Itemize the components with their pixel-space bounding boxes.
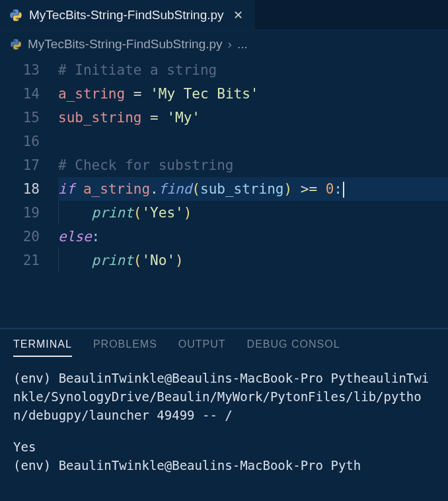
code-line[interactable]: 17# Check for substring [0, 153, 448, 177]
terminal-output[interactable]: (env) BeaulinTwinkle@Beaulins-MacBook-Pr… [0, 364, 448, 501]
tab-filename: MyTecBits-String-FindSubString.py [29, 8, 224, 22]
line-number: 16 [0, 130, 58, 153]
close-icon[interactable]: ✕ [231, 7, 246, 24]
code-content[interactable]: else: [58, 225, 448, 249]
code-line[interactable]: 14a_string = 'My Tec Bits' [0, 82, 448, 106]
terminal-line: (env) BeaulinTwinkle@Beaulins-MacBook-Pr… [13, 369, 435, 424]
line-number: 19 [0, 201, 58, 225]
code-content[interactable]: # Check for substring [58, 153, 448, 177]
chevron-right-icon: › [228, 37, 232, 52]
code-line[interactable]: 13# Initiate a string [0, 58, 448, 82]
text-cursor [343, 182, 344, 198]
panel-tab-terminal[interactable]: TERMINAL [13, 338, 72, 357]
code-line[interactable]: 21 print('No') [0, 249, 448, 272]
breadcrumb-file[interactable]: MyTecBits-String-FindSubString.py [28, 37, 223, 52]
line-number: 20 [0, 225, 58, 249]
code-content[interactable]: a_string = 'My Tec Bits' [58, 82, 448, 106]
code-line[interactable]: 20else: [0, 225, 448, 249]
panel-tab-problems[interactable]: PROBLEMS [93, 338, 157, 357]
file-tab[interactable]: MyTecBits-String-FindSubString.py ✕ [0, 0, 256, 30]
breadcrumb[interactable]: MyTecBits-String-FindSubString.py › ... [0, 30, 448, 58]
code-editor[interactable]: 13# Initiate a string14a_string = 'My Te… [0, 58, 448, 328]
code-content[interactable]: print('Yes') [58, 201, 448, 225]
panel-tab-output[interactable]: OUTPUT [178, 338, 226, 357]
editor-root: MyTecBits-String-FindSubString.py ✕ MyTe… [0, 0, 448, 501]
code-line[interactable]: 18if a_string.find(sub_string) >= 0: [0, 177, 448, 201]
python-icon [9, 38, 22, 51]
line-number: 21 [0, 249, 58, 272]
code-line[interactable]: 15sub_string = 'My' [0, 106, 448, 130]
line-number: 13 [0, 58, 58, 82]
terminal-line: Yes (env) BeaulinTwinkle@Beaulins-MacBoo… [13, 438, 435, 475]
panel-tabs: TERMINALPROBLEMSOUTPUTDEBUG CONSOL [0, 329, 448, 364]
code-content[interactable]: print('No') [58, 249, 448, 272]
code-content[interactable]: if a_string.find(sub_string) >= 0: [58, 177, 448, 201]
python-icon [9, 9, 22, 22]
line-number: 18 [0, 177, 58, 201]
line-number: 17 [0, 153, 58, 177]
line-number: 14 [0, 82, 58, 106]
code-content[interactable]: sub_string = 'My' [58, 106, 448, 130]
code-content[interactable]: # Initiate a string [58, 58, 448, 82]
code-line[interactable]: 19 print('Yes') [0, 201, 448, 225]
panel-tab-debug-consol[interactable]: DEBUG CONSOL [247, 338, 340, 357]
tab-bar: MyTecBits-String-FindSubString.py ✕ [0, 0, 448, 30]
breadcrumb-more[interactable]: ... [237, 37, 248, 52]
line-number: 15 [0, 106, 58, 130]
code-line[interactable]: 16 [0, 130, 448, 153]
